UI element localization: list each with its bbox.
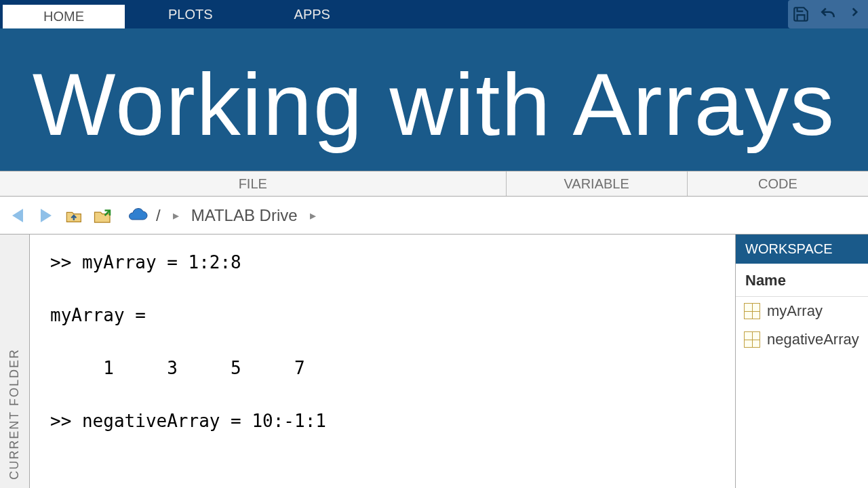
variable-icon <box>744 303 760 319</box>
workspace-var-name: myArray <box>767 302 823 320</box>
tab-plots[interactable]: PLOTS <box>127 0 254 28</box>
breadcrumb[interactable]: / ▸ MATLAB Drive ▸ <box>126 206 321 225</box>
save-icon[interactable] <box>791 4 811 24</box>
workspace-var[interactable]: negativeArray <box>736 325 868 354</box>
workspace-title: WORKSPACE <box>736 235 868 264</box>
section-code: CODE <box>688 171 868 196</box>
cmd-line: >> negativeArray = 10:-1:1 <box>50 411 326 431</box>
section-file: FILE <box>0 171 507 196</box>
command-window[interactable]: >> myArray = 1:2:8 myArray = 1 3 5 7 >> … <box>30 235 735 488</box>
ribbon-section-headers: FILE VARIABLE CODE <box>0 171 868 197</box>
top-tab-bar: HOME PLOTS APPS <box>0 0 868 28</box>
browse-folder-icon[interactable] <box>92 205 114 226</box>
chevron-right-icon: ▸ <box>304 208 321 223</box>
workspace-name-header[interactable]: Name <box>736 264 868 297</box>
breadcrumb-root-sep: / <box>156 206 161 225</box>
chevron-right-icon: ▸ <box>167 208 184 223</box>
breadcrumb-item[interactable]: MATLAB Drive <box>191 206 298 225</box>
main-area: CURRENT FOLDER >> myArray = 1:2:8 myArra… <box>0 235 868 488</box>
back-button[interactable] <box>7 205 28 226</box>
workspace-var-name: negativeArray <box>767 331 859 348</box>
workspace-var[interactable]: myArray <box>736 297 868 325</box>
undo-icon[interactable] <box>818 4 838 24</box>
workspace-panel: WORKSPACE Name myArray negativeArray <box>735 235 868 488</box>
path-toolbar: / ▸ MATLAB Drive ▸ <box>0 197 868 235</box>
tab-apps[interactable]: APPS <box>254 0 371 28</box>
quick-access-toolbar <box>788 0 868 28</box>
section-variable: VARIABLE <box>507 171 688 196</box>
forward-button[interactable] <box>35 205 57 226</box>
redo-icon[interactable] <box>845 4 865 24</box>
title-banner: Working with Arrays <box>0 28 868 171</box>
tab-home[interactable]: HOME <box>3 3 125 28</box>
cmd-line: myArray = <box>50 305 146 325</box>
cloud-icon <box>126 207 149 224</box>
current-folder-label: CURRENT FOLDER <box>7 340 22 488</box>
up-folder-icon[interactable] <box>64 205 85 226</box>
variable-icon <box>744 331 760 348</box>
cmd-line: >> myArray = 1:2:8 <box>50 252 241 272</box>
current-folder-tab[interactable]: CURRENT FOLDER <box>0 235 30 488</box>
cmd-line: 1 3 5 7 <box>50 358 305 378</box>
